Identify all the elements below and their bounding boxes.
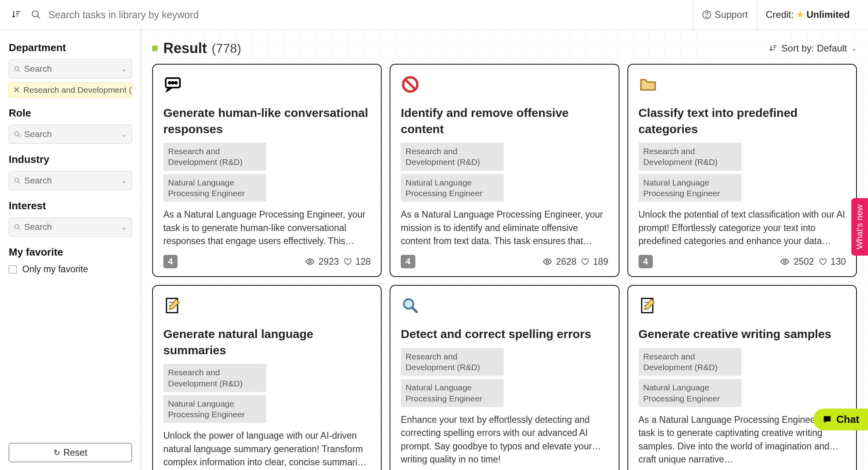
filter-title: Industry	[9, 153, 132, 166]
task-card[interactable]: Generate human-like conversational respo…	[152, 64, 382, 277]
credit-display: Credit: ★ Unlimited	[757, 0, 858, 29]
card-tags: Research and Development (R&D) Natural L…	[401, 143, 608, 202]
result-header: Result (778) Sort by: Default ⌄	[152, 40, 857, 57]
card-footer: 4 2923 128	[163, 255, 371, 268]
card-title: Identify and remove offensive content	[401, 105, 608, 137]
reset-label: Reset	[63, 447, 87, 458]
svg-point-2	[706, 17, 707, 17]
whats-new-tab[interactable]: What's new	[851, 198, 868, 256]
card-title: Generate natural language summaries	[163, 326, 371, 358]
search-icon	[31, 10, 41, 20]
card-footer: 4 2502 130	[639, 255, 846, 268]
filter-title: Department	[9, 42, 132, 54]
industry-select[interactable]: Search ⌄	[9, 171, 132, 190]
tag-department[interactable]: Research and Development (R&D)	[401, 143, 504, 171]
sidebar: Department Search ⌄ ✕ Research and Devel…	[0, 30, 141, 470]
close-icon[interactable]: ✕	[13, 85, 20, 95]
placeholder: Search	[24, 129, 121, 139]
help-icon	[702, 10, 711, 19]
svg-point-3	[15, 66, 19, 71]
card-tags: Research and Development (R&D) Natural L…	[639, 348, 846, 407]
tag-department[interactable]: Research and Development (R&D)	[163, 364, 266, 392]
reset-button[interactable]: ↻ Reset	[9, 443, 132, 462]
chat-icon	[822, 415, 832, 425]
card-icon	[163, 75, 371, 99]
chevron-down-icon: ⌄	[121, 130, 127, 139]
filter-title: Interest	[9, 200, 132, 212]
chevron-down-icon: ⌄	[121, 223, 127, 231]
card-title: Generate human-like conversational respo…	[163, 105, 371, 137]
tag-role[interactable]: Natural Language Processing Engineer	[639, 379, 742, 407]
card-description: Enhance your text by effortlessly detect…	[401, 413, 608, 469]
eye-icon	[305, 257, 315, 266]
card-icon	[639, 296, 846, 320]
chevron-down-icon: ⌄	[851, 44, 857, 53]
task-card[interactable]: Identify and remove offensive content Re…	[390, 64, 619, 277]
tag-department[interactable]: Research and Development (R&D)	[163, 143, 266, 171]
card-icon	[401, 75, 608, 99]
search-icon	[14, 131, 21, 138]
favorite-checkbox-label: Only my favorite	[22, 264, 88, 275]
card-badge: 4	[401, 255, 415, 268]
filter-title: Role	[9, 107, 132, 119]
interest-select[interactable]: Search ⌄	[9, 218, 132, 237]
tag-department[interactable]: Research and Development (R&D)	[639, 348, 742, 376]
tag-role[interactable]: Natural Language Processing Engineer	[401, 174, 504, 202]
svg-point-11	[309, 260, 311, 263]
svg-point-13	[546, 260, 549, 263]
favorite-checkbox-row[interactable]: Only my favorite	[9, 264, 132, 275]
department-select[interactable]: Search ⌄	[9, 59, 132, 78]
card-tags: Research and Development (R&D) Natural L…	[401, 348, 608, 407]
like-count: 128	[356, 256, 371, 267]
card-stats: 2502 130	[780, 256, 846, 267]
credit-label: Credit:	[766, 9, 794, 20]
svg-point-6	[15, 224, 19, 229]
search-icon	[14, 177, 21, 184]
sort-icon	[769, 44, 778, 53]
card-badge: 4	[639, 255, 653, 268]
placeholder: Search	[24, 176, 121, 186]
task-card[interactable]: Classify text into predefined categories…	[627, 64, 857, 277]
chat-button[interactable]: Chat	[813, 409, 868, 430]
eye-icon	[543, 257, 552, 266]
heart-icon	[818, 257, 827, 266]
filter-role: Role Search ⌄	[9, 107, 132, 144]
chevron-down-icon: ⌄	[121, 176, 127, 185]
search-icon	[14, 224, 21, 231]
chevron-down-icon: ⌄	[121, 65, 127, 73]
role-select[interactable]: Search ⌄	[9, 125, 132, 144]
svg-point-8	[169, 82, 171, 84]
filter-interest: Interest Search ⌄	[9, 200, 132, 237]
filter-title: My favorite	[9, 246, 132, 258]
favorite-checkbox[interactable]	[9, 266, 17, 273]
placeholder: Search	[24, 222, 121, 232]
search-input[interactable]	[48, 9, 286, 21]
svg-point-10	[175, 82, 177, 84]
star-icon: ★	[796, 10, 804, 20]
support-button[interactable]: Support	[693, 0, 757, 29]
tag-role[interactable]: Natural Language Processing Engineer	[639, 174, 742, 202]
tag-role[interactable]: Natural Language Processing Engineer	[163, 174, 266, 202]
search-bar[interactable]	[31, 9, 693, 21]
filter-industry: Industry Search ⌄	[9, 153, 132, 190]
task-card[interactable]: Detect and correct spelling errors Resea…	[390, 285, 619, 470]
svg-point-5	[15, 178, 19, 182]
search-icon	[14, 65, 21, 73]
card-title: Generate creative writing samples	[639, 326, 846, 342]
view-count: 2628	[556, 256, 576, 267]
card-title: Detect and correct spelling errors	[401, 326, 608, 342]
filter-chip-department[interactable]: ✕ Research and Development (R&…	[9, 82, 132, 97]
card-description: Unlock the power of language with our AI…	[163, 429, 371, 469]
tag-department[interactable]: Research and Development (R&D)	[639, 143, 742, 171]
tag-role[interactable]: Natural Language Processing Engineer	[401, 379, 504, 407]
task-card[interactable]: Generate natural language summaries Rese…	[152, 285, 382, 470]
tag-role[interactable]: Natural Language Processing Engineer	[163, 395, 266, 423]
task-card[interactable]: Generate creative writing samples Resear…	[627, 285, 857, 470]
sort-by-button[interactable]: Sort by: Default ⌄	[769, 43, 857, 54]
card-description: As a Natural Language Processing Enginee…	[401, 208, 608, 248]
chat-label: Chat	[836, 413, 859, 426]
sort-filter-icon[interactable]	[11, 10, 31, 20]
card-badge: 4	[163, 255, 178, 268]
tag-department[interactable]: Research and Development (R&D)	[401, 348, 504, 376]
card-icon	[639, 75, 846, 99]
